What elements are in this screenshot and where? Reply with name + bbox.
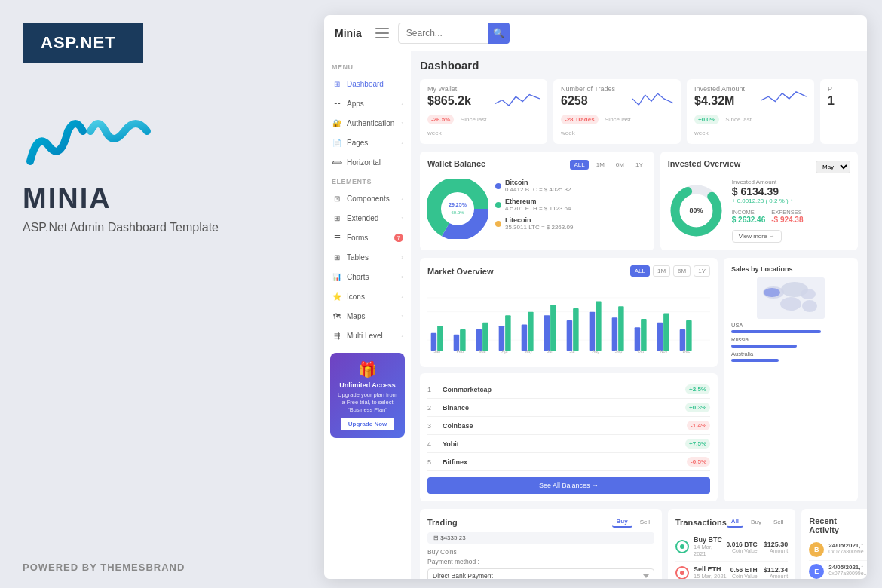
bitcoin-amount: 0.4412 BTC = $ 4025.32 [505,186,571,193]
market-tab-1y[interactable]: 1Y [694,265,710,277]
sidebar-item-charts[interactable]: 📊 Charts › [324,267,411,286]
income-value: $ 2632.46 [732,216,766,224]
payment-label: Payment method : [427,558,654,565]
icons-icon: ⭐ [332,291,342,302]
market-name: Bitfinex [443,458,687,466]
activity-hash: 0x077a80099e... [828,549,867,554]
sidebar-item-pages[interactable]: 📄 Pages › [324,133,411,152]
location-item: Australia [731,351,850,362]
tx-tab-buy[interactable]: Buy [746,516,766,528]
see-all-button[interactable]: See All Balances → [427,477,710,494]
components-icon: ⊡ [332,193,342,204]
components-arrow: › [401,195,403,202]
svg-rect-24 [567,320,573,351]
svg-text:Apr: Apr [501,349,508,354]
sidebar-item-forms[interactable]: ☰ Forms 7 [324,228,411,247]
invested-filter[interactable]: May [816,161,850,173]
tab-1m[interactable]: 1M [593,160,608,170]
sidebar-item-icons[interactable]: ⭐ Icons › [324,286,411,306]
svg-point-54 [764,288,780,297]
sidebar-item-horizontal[interactable]: ⟺ Horizontal [324,152,411,172]
svg-rect-22 [544,315,550,351]
income-expense: INCOME $ 2632.46 EXPENSES -$ 924.38 [732,209,850,224]
market-chart-card: Market Overview ALL 1M 6M 1Y [420,258,718,367]
market-change: +7.5% [685,439,710,449]
svg-text:Oct: Oct [637,349,644,354]
stat-card-wallet: My Wallet $865.2k -26.5% Since last week [420,79,547,144]
sales-location-card: Sales by Locations USA [724,258,858,501]
svg-rect-16 [476,329,482,351]
market-row: Market Overview ALL 1M 6M 1Y [420,258,858,501]
legend-ethereum: Ethereum 4.5701 ETH = $ 1123.64 [495,198,647,212]
market-tab-6m[interactable]: 6M [673,265,691,277]
sidebar-item-multilevel[interactable]: ⇶ Multi Level › [324,326,411,345]
search-input[interactable] [398,23,488,44]
svg-text:Dec: Dec [682,349,690,354]
sidebar-item-extended[interactable]: ⊞ Extended › [324,208,411,228]
trades-badge: -28 Trades [561,115,599,124]
payment-method-select[interactable]: Direct Bank Payment [427,568,654,579]
tx-coin: 0.56 ETH [730,566,758,574]
sidebar-item-dashboard[interactable]: ⊞ Dashboard [324,74,411,93]
svg-rect-25 [573,308,579,351]
tx-tab-all[interactable]: All [727,516,743,528]
market-list-item: 3 Coinbase -1.4% [427,417,710,435]
litecoin-amount: 35.3011 LTC = $ 2263.09 [505,224,573,231]
svg-rect-13 [437,326,443,351]
market-list: 1 Coinmarketcap +2.5% 2 Binance +0.3% 3 … [427,381,710,471]
elements-label: Elements [324,172,411,188]
tx-coin-label: Coin Value [727,548,758,553]
market-list-item: 2 Binance +0.3% [427,399,710,417]
extended-label: Extended [347,214,401,222]
search-button[interactable]: 🔍 [488,23,510,44]
tx-tab-sell[interactable]: Sell [769,516,788,528]
activity-info: 24/05/2021,↑ 0x077a80099e... [828,564,867,576]
svg-point-51 [801,289,816,299]
tx-usd-label: Amount [764,574,789,579]
svg-text:Jan: Jan [433,349,440,354]
tab-all[interactable]: ALL [570,160,588,170]
activity-title: Recent Activity [809,516,867,534]
sidebar-item-auth[interactable]: 🔐 Authentication › [324,113,411,133]
tab-sell[interactable]: Sell [635,516,654,528]
invested-info: Invested Amount $ 6134.39 + 0.0012.23 ( … [732,179,850,243]
view-more-button[interactable]: View more → [732,230,782,243]
left-panel: ASP.NET MINIA ASP.Net Admin Dashboard Te… [0,0,317,588]
upgrade-button[interactable]: Upgrade Now [341,418,395,430]
multilevel-arrow: › [401,332,403,339]
svg-text:Jun: Jun [547,349,553,354]
tab-6m[interactable]: 6M [612,160,628,170]
tables-arrow: › [401,254,403,261]
market-rank: 2 [427,404,438,412]
market-tab-1m[interactable]: 1M [653,265,670,277]
location-name: USA [731,322,850,329]
sidebar-item-tables[interactable]: ⊞ Tables › [324,247,411,267]
svg-rect-17 [482,323,488,351]
market-tab-all[interactable]: ALL [630,265,650,277]
ethereum-name: Ethereum [505,198,571,205]
wallet-balance-title: Wallet Balance [427,159,570,168]
sidebar-item-components[interactable]: ⊡ Components › [324,188,411,208]
transactions-card: Transactions All Buy Sell Buy BTC 14 Mar… [668,509,795,579]
litecoin-dot [495,221,501,227]
hamburger-menu[interactable] [375,28,389,38]
sidebar-item-maps[interactable]: 🗺 Maps › [324,306,411,326]
market-rank: 4 [427,440,438,448]
svg-text:Mar: Mar [479,349,486,354]
market-header: Market Overview ALL 1M 6M 1Y [427,265,710,277]
auth-arrow: › [401,120,403,127]
expense-value: -$ 924.38 [771,216,803,224]
sidebar-item-apps[interactable]: ⚏ Apps › [324,93,411,113]
wallet-balance-card: Wallet Balance ALL 1M 6M 1Y [420,152,654,250]
litecoin-name: Litecoin [505,216,573,224]
apps-arrow: › [401,100,403,107]
components-label: Components [347,194,401,203]
tx-type: Buy BTC [694,536,727,544]
tab-buy[interactable]: Buy [612,516,632,528]
wallet-label: My Wallet [427,85,495,93]
activity-date: 24/05/2021,↑ [828,542,867,549]
app-logo-text: Minia [335,27,362,39]
tab-1y[interactable]: 1Y [632,160,647,170]
tx-item: Sell ETH 15 Mar, 2021 0.56 ETH Coin Valu… [675,562,788,579]
invested-badge: +0.0% [694,115,719,124]
